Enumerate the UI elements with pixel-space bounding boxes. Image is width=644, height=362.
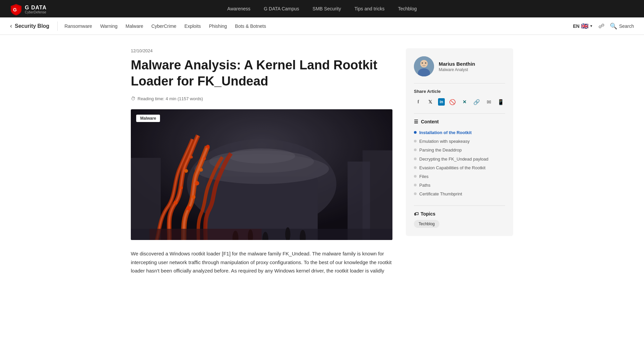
reading-time-text: Reading time: 4 min (1157 words) (138, 96, 203, 101)
toc-item-1[interactable]: Installation of the Rootkit (414, 128, 505, 137)
toc-dot-4 (414, 158, 417, 160)
author-card: Marius Benthin Malware Analyst Share Art… (406, 48, 513, 236)
author-avatar (414, 56, 434, 76)
back-to-blog[interactable]: ‹ Security Blog (10, 22, 49, 29)
tag-icon: 🏷 (414, 211, 419, 217)
cat-phishing[interactable]: Phishing (209, 23, 227, 29)
article-date: 12/10/2024 (131, 48, 392, 53)
toc-item-4[interactable]: Decrypting the FK_Undead payload (414, 155, 505, 164)
svg-text:G: G (13, 7, 17, 12)
author-name: Marius Benthin (439, 61, 475, 67)
share-reddit-icon[interactable]: 🚫 (448, 97, 457, 107)
nav-awareness[interactable]: Awareness (227, 6, 251, 11)
logo[interactable]: G G DATA CyberDefense (10, 3, 47, 15)
clock-icon: ⏱ (131, 96, 136, 101)
toc-list: Installation of the Rootkit Emulation wi… (414, 128, 505, 199)
flag-icon: 🇬🇧 (581, 22, 588, 30)
nav-tips[interactable]: Tips and tricks (355, 6, 385, 11)
topics-label: Topics (421, 211, 435, 217)
topics-section: 🏷 Topics Techblog (414, 205, 505, 228)
article-sidebar: Marius Benthin Malware Analyst Share Art… (406, 48, 513, 275)
toc-link-3[interactable]: Parsing the Deaddrop (419, 147, 462, 153)
toc-dot-2 (414, 140, 417, 142)
search-button[interactable]: 🔍 Search (610, 22, 634, 30)
toc-header: ☰ Content (414, 119, 505, 124)
rss-icon[interactable]: ☍ (598, 22, 604, 30)
nav-right-controls: EN 🇬🇧 ▼ ☍ 🔍 Search (573, 22, 634, 30)
lang-code: EN (573, 23, 579, 29)
svg-point-33 (425, 62, 426, 64)
reading-time: ⏱ Reading time: 4 min (1157 words) (131, 96, 392, 101)
topic-techblog[interactable]: Techblog (414, 220, 439, 228)
toc-item-5[interactable]: Evasion Capabilities of the Rootkit (414, 164, 505, 172)
nav-campus[interactable]: G DATA Campus (264, 6, 299, 11)
back-arrow-icon: ‹ (10, 22, 12, 29)
toc-dot-1 (414, 131, 417, 134)
nav-smb[interactable]: SMB Security (313, 6, 341, 11)
toc-item-7[interactable]: Paths (414, 181, 505, 190)
content-label: Content (421, 119, 439, 124)
toc-link-1[interactable]: Installation of the Rootkit (419, 130, 472, 136)
toc-dot-7 (414, 184, 417, 186)
toc-link-8[interactable]: Certificate Thumbprint (419, 191, 462, 197)
toc-link-6[interactable]: Files (419, 174, 428, 180)
blog-title: Security Blog (15, 23, 49, 29)
toc-item-8[interactable]: Certificate Thumbprint (414, 190, 505, 198)
toc-link-4[interactable]: Decrypting the FK_Undead payload (419, 156, 488, 162)
svg-point-31 (420, 60, 428, 67)
share-twitter-icon[interactable]: 𝕏 (426, 97, 435, 107)
hero-svg (131, 109, 392, 240)
article: 12/10/2024 Malware Analysis: A Kernel La… (131, 48, 392, 275)
share-link-icon[interactable]: 🔗 (472, 97, 481, 107)
cat-cybercrime[interactable]: CyberCrime (151, 23, 176, 29)
toc-link-7[interactable]: Paths (419, 182, 430, 188)
main-content: 12/10/2024 Malware Analysis: A Kernel La… (121, 35, 523, 289)
share-label: Share Article (414, 89, 505, 94)
nav-techblog[interactable]: Techblog (398, 6, 417, 11)
cat-bots[interactable]: Bots & Botnets (235, 23, 266, 29)
logo-shield-icon: G (10, 3, 22, 15)
article-image-wrap: Malware (131, 109, 392, 240)
share-email-icon[interactable]: ✉ (484, 97, 493, 107)
toc-dot-5 (414, 166, 417, 169)
svg-rect-27 (131, 109, 392, 240)
svg-point-32 (422, 62, 423, 64)
avatar-image (414, 56, 434, 76)
toc-dot-3 (414, 148, 417, 151)
toc-section: ☰ Content Installation of the Rootkit Em… (414, 113, 505, 199)
brand-sub: CyberDefense (25, 10, 47, 14)
secondary-navigation: ‹ Security Blog Ransomware Warning Malwa… (0, 17, 644, 35)
toc-item-3[interactable]: Parsing the Deaddrop (414, 146, 505, 155)
share-xing-icon[interactable]: ✕ (460, 97, 469, 107)
toc-link-5[interactable]: Evasion Capabilities of the Rootkit (419, 165, 485, 171)
article-image-badge: Malware (136, 115, 160, 122)
cat-exploits[interactable]: Exploits (184, 23, 201, 29)
search-icon: 🔍 (610, 22, 617, 30)
article-title: Malware Analysis: A Kernel Land Rootkit … (131, 57, 392, 89)
chevron-down-icon: ▼ (590, 24, 593, 28)
top-navigation: G G DATA CyberDefense Awareness G DATA C… (0, 0, 644, 17)
share-whatsapp-icon[interactable]: 📱 (496, 97, 505, 107)
cat-warning[interactable]: Warning (100, 23, 118, 29)
language-selector[interactable]: EN 🇬🇧 ▼ (573, 22, 593, 30)
nav-divider (57, 21, 58, 31)
share-facebook-icon[interactable]: f (414, 97, 423, 107)
cat-malware[interactable]: Malware (125, 23, 143, 29)
author-role: Malware Analyst (439, 67, 475, 72)
toc-link-2[interactable]: Emulation with speakeasy (419, 138, 470, 144)
content-icon: ☰ (414, 119, 418, 124)
toc-item-6[interactable]: Files (414, 172, 505, 181)
article-hero-image: Malware (131, 109, 392, 240)
toc-dot-8 (414, 192, 417, 195)
toc-item-2[interactable]: Emulation with speakeasy (414, 137, 505, 146)
author-details: Marius Benthin Malware Analyst (439, 61, 475, 72)
cat-ransomware[interactable]: Ransomware (64, 23, 92, 29)
article-body-text: We discovered a Windows rootkit loader [… (131, 249, 392, 275)
search-label: Search (619, 23, 634, 29)
article-body: We discovered a Windows rootkit loader [… (131, 249, 392, 275)
share-linkedin-icon[interactable]: in (438, 98, 445, 106)
share-icons: f 𝕏 in 🚫 ✕ 🔗 ✉ 📱 (414, 97, 505, 107)
share-section: Share Article f 𝕏 in 🚫 ✕ 🔗 ✉ 📱 (414, 83, 505, 107)
topics-header: 🏷 Topics (414, 211, 505, 217)
blog-category-links: Ransomware Warning Malware CyberCrime Ex… (64, 23, 573, 29)
